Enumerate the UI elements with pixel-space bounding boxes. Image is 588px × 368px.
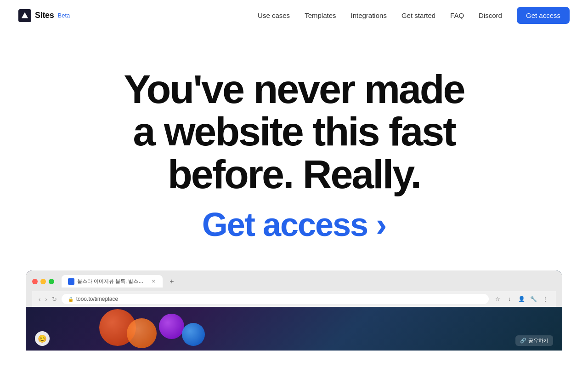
bubble-2 (127, 318, 157, 348)
svg-marker-0 (22, 12, 28, 18)
browser-tab-bar: 볼스타 이미지뷰 블록, 빌스페이스 ✕ + (32, 275, 556, 288)
nav-templates[interactable]: Templates (305, 12, 336, 19)
nav-discord[interactable]: Discord (479, 12, 502, 19)
nav-faq[interactable]: FAQ (450, 12, 464, 19)
back-button[interactable]: ‹ (39, 296, 40, 303)
browser-actions: ☆ ↓ 👤 🔧 ⋮ (493, 295, 549, 303)
hero-heading-line1: You've never made (124, 66, 464, 112)
profile-icon[interactable]: 👤 (517, 295, 526, 303)
share-icon: 🔗 (520, 338, 526, 344)
nav-use-cases[interactable]: Use cases (258, 12, 290, 19)
nav-integrations[interactable]: Integrations (351, 12, 387, 19)
hero-section: You've never made a website this fast be… (0, 31, 588, 270)
share-button[interactable]: 🔗 공유하기 (515, 335, 553, 346)
logo-icon (18, 9, 31, 22)
share-label: 공유하기 (528, 337, 548, 344)
tab-label: 볼스타 이미지뷰 블록, 빌스페이스 (77, 278, 147, 285)
nav-get-access-button[interactable]: Get access (517, 7, 570, 24)
dot-maximize[interactable] (49, 279, 54, 284)
address-text: tooo.to/timeplace (76, 296, 118, 302)
address-field[interactable]: 🔒 tooo.to/timeplace (62, 294, 489, 304)
download-icon[interactable]: ↓ (505, 295, 514, 303)
hero-heading-line3: before. Really. (168, 151, 420, 197)
new-tab-button[interactable]: + (166, 276, 177, 287)
tab-close-icon[interactable]: ✕ (150, 278, 156, 285)
extension-icon[interactable]: 🔧 (529, 295, 537, 303)
bookmark-icon[interactable]: ☆ (493, 295, 502, 303)
nav-get-started[interactable]: Get started (401, 12, 435, 19)
dot-close[interactable] (32, 279, 38, 284)
forward-button[interactable]: › (45, 296, 47, 303)
browser-dots (32, 279, 54, 284)
lock-icon: 🔒 (68, 297, 74, 302)
logo-svg (21, 12, 29, 20)
hero-cta-button[interactable]: Get access › (202, 207, 386, 243)
browser-chrome: 볼스타 이미지뷰 블록, 빌스페이스 ✕ + ‹ › ↻ 🔒 tooo.to/t… (26, 270, 562, 307)
dot-minimize[interactable] (40, 279, 46, 284)
browser-addressbar: ‹ › ↻ 🔒 tooo.to/timeplace ☆ ↓ 👤 🔧 ⋮ (32, 291, 556, 307)
tab-favicon (68, 278, 74, 285)
browser-window: 볼스타 이미지뷰 블록, 빌스페이스 ✕ + ‹ › ↻ 🔒 tooo.to/t… (26, 270, 562, 351)
hero-heading: You've never made a website this fast be… (124, 68, 464, 196)
browser-content: 😊 🔗 공유하기 (26, 307, 562, 351)
menu-icon[interactable]: ⋮ (541, 295, 549, 303)
navbar: Sites Beta Use cases Templates Integrati… (0, 0, 588, 31)
nav-links: Use cases Templates Integrations Get sta… (258, 7, 570, 24)
bubble-3 (159, 314, 184, 339)
logo-name: Sites (35, 11, 54, 20)
hero-heading-line2: a website this fast (133, 109, 455, 154)
logo-link[interactable]: Sites Beta (18, 9, 70, 22)
browser-tab-active[interactable]: 볼스타 이미지뷰 블록, 빌스페이스 ✕ (62, 275, 163, 288)
browser-section: 볼스타 이미지뷰 블록, 빌스페이스 ✕ + ‹ › ↻ 🔒 tooo.to/t… (0, 270, 588, 351)
content-avatar-icon: 😊 (35, 331, 50, 346)
bubble-4 (182, 323, 205, 346)
refresh-button[interactable]: ↻ (52, 296, 57, 303)
beta-badge: Beta (58, 12, 70, 19)
